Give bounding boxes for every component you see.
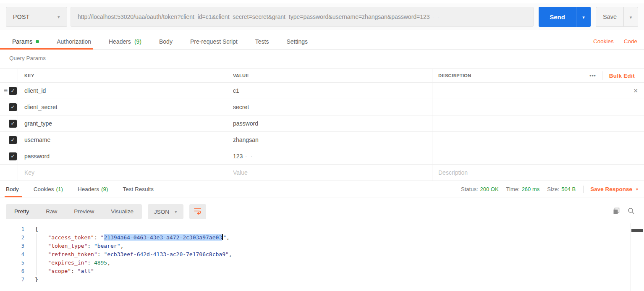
copy-icon[interactable] [613, 207, 620, 216]
chevron-down-icon: ▾ [175, 209, 177, 215]
tab-settings[interactable]: Settings [277, 34, 317, 50]
param-row: ✓grant_typepassword [0, 115, 644, 132]
tab-pre-request-script[interactable]: Pre-request Script [181, 34, 246, 50]
param-key-field[interactable]: client_id [18, 83, 227, 99]
header-gutter [0, 69, 18, 82]
code-line: 5 "expires_in": 4895, [0, 259, 644, 267]
code-link[interactable]: Code [624, 38, 637, 45]
param-value-field[interactable]: 123· · [227, 148, 432, 164]
param-value-field[interactable]: password [227, 115, 432, 131]
param-value-text: secret [233, 104, 249, 110]
param-row-gutter: ≡✓ [0, 83, 18, 99]
param-checkbox[interactable]: ✓ [9, 152, 17, 160]
tab-label: Tests [255, 34, 269, 50]
status-label: Status: [461, 186, 478, 192]
response-body-tools [613, 207, 644, 216]
param-key-text: username [24, 136, 50, 143]
param-value-field[interactable]: zhangsan [227, 132, 432, 148]
tab-label: Body [159, 34, 173, 50]
drag-handle-icon[interactable]: ≡ [4, 87, 8, 94]
url-bar: POST ▾ http://localhost:53020/uaa/oauth/… [0, 3, 644, 30]
table-header-controls: ••• Bulk Edit [589, 69, 644, 82]
line-number: 5 [0, 259, 24, 267]
response-tab-body[interactable]: Body [6, 181, 19, 197]
param-description-field[interactable] [432, 115, 644, 131]
tab-authorization[interactable]: Authorization [48, 34, 100, 50]
unsaved-changes-dot-icon [36, 40, 39, 43]
method-dropdown[interactable]: POST ▾ [6, 7, 67, 27]
send-options-caret[interactable]: ▾ [576, 7, 591, 27]
tab-label: Test Results [123, 181, 154, 197]
new-param-value-input[interactable]: Value [227, 165, 432, 181]
param-row: ≡✓client_idc1✕ [0, 83, 644, 99]
response-tab-cookies[interactable]: Cookies(1) [34, 181, 63, 197]
save-button[interactable]: Save [596, 7, 623, 27]
param-value-field[interactable]: c1 [227, 83, 432, 99]
param-key-field[interactable]: client_secret [18, 99, 227, 115]
param-description-field[interactable] [432, 132, 644, 148]
code-text: "token_type": "bearer", [24, 242, 123, 250]
param-key-field[interactable]: password [18, 148, 227, 164]
wrap-lines-button[interactable] [189, 204, 206, 219]
send-button[interactable]: Send [539, 7, 576, 27]
param-value-field[interactable]: secret [227, 99, 432, 115]
param-value-text: c1 [233, 87, 239, 94]
chevron-down-icon: ▾ [582, 15, 585, 20]
url-text: http://localhost:53020/uaa/oauth/token?c… [78, 13, 430, 20]
format-dropdown[interactable]: JSON ▾ [148, 204, 183, 219]
delete-param-icon[interactable]: ✕ [633, 87, 638, 94]
param-checkbox[interactable]: ✓ [9, 136, 17, 144]
column-header-value: VALUE [227, 69, 432, 82]
status-badge: 200 OK [480, 186, 499, 192]
chevron-down-icon: ▾ [630, 15, 632, 20]
tab-label: Params [12, 34, 32, 50]
tab-label: Headers [109, 34, 131, 50]
param-key-text: client_id [24, 87, 46, 94]
response-tab-test-results[interactable]: Test Results [123, 181, 154, 197]
tab-params[interactable]: Params [3, 34, 48, 50]
param-checkbox[interactable]: ✓ [9, 87, 17, 95]
scrollbar-thumb[interactable] [631, 229, 643, 232]
save-options-caret[interactable]: ▾ [623, 7, 638, 27]
method-label: POST [13, 13, 30, 20]
bulk-edit-link[interactable]: Bulk Edit [609, 73, 635, 79]
tab-count: (9) [101, 181, 108, 197]
param-row-gutter: ✓ [0, 132, 18, 148]
view-mode-pretty[interactable]: Pretty [6, 204, 37, 219]
save-response-button[interactable]: Save Response ▾ [590, 186, 638, 192]
new-param-description-input[interactable]: Description [432, 165, 644, 181]
format-label: JSON [154, 209, 169, 215]
tab-body[interactable]: Body [150, 34, 181, 50]
view-mode-raw[interactable]: Raw [37, 204, 65, 219]
more-options-icon[interactable]: ••• [589, 73, 596, 79]
cookies-link[interactable]: Cookies [593, 38, 614, 45]
url-trailing-dots: · · [432, 14, 440, 19]
param-checkbox[interactable]: ✓ [9, 120, 17, 128]
param-checkbox[interactable]: ✓ [9, 103, 17, 111]
new-param-key-input[interactable]: Key [18, 165, 227, 181]
line-number: 4 [0, 250, 24, 259]
response-tab-headers[interactable]: Headers(9) [78, 181, 108, 197]
view-mode-segmented-control: PrettyRawPreviewVisualize [6, 204, 142, 219]
param-key-field[interactable]: grant_type [18, 115, 227, 131]
search-icon[interactable] [628, 207, 635, 216]
param-description-field[interactable]: ✕ [432, 83, 644, 99]
response-meta: Status: 200 OK Time: 260 ms Size: 504 B … [461, 186, 644, 193]
response-body-editor[interactable]: 1{2 "access_token": "21394a64-0463-43e3-… [0, 223, 644, 291]
new-param-gutter [0, 165, 18, 181]
response-toolbar: PrettyRawPreviewVisualize JSON ▾ [0, 204, 644, 219]
url-input[interactable]: http://localhost:53020/uaa/oauth/token?c… [71, 7, 534, 27]
param-row-gutter: ✓ [0, 99, 18, 115]
param-description-field[interactable] [432, 99, 644, 115]
tab-tests[interactable]: Tests [246, 34, 278, 50]
view-mode-visualize[interactable]: Visualize [102, 204, 142, 219]
tab-headers[interactable]: Headers(9) [100, 34, 150, 50]
wrap-lines-icon [194, 207, 202, 216]
save-button-group: Save ▾ [596, 7, 638, 27]
view-mode-preview[interactable]: Preview [65, 204, 102, 219]
param-description-field[interactable] [432, 148, 644, 164]
column-header-key: KEY [18, 69, 227, 82]
save-response-label: Save Response [590, 186, 632, 192]
line-number: 1 [0, 225, 24, 233]
param-key-field[interactable]: username [18, 132, 227, 148]
